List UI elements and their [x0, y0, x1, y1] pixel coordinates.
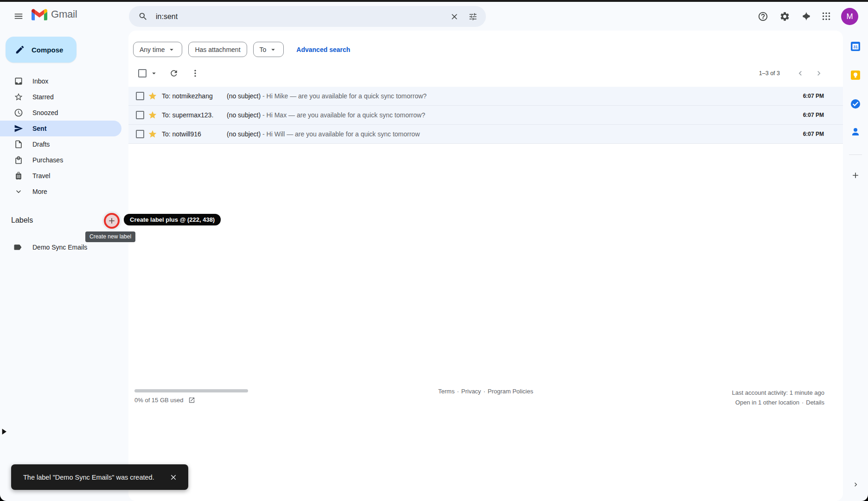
more-options-button[interactable] — [186, 64, 204, 83]
search-input[interactable] — [155, 12, 445, 21]
filter-chip-to[interactable]: To — [253, 42, 284, 57]
sidebar-item-label: Sent — [32, 125, 46, 132]
email-subject: (no subject) — [227, 111, 261, 119]
compose-button[interactable]: Compose — [6, 37, 77, 63]
support-button[interactable] — [753, 6, 773, 26]
tasks-icon — [850, 98, 861, 109]
search-bar[interactable] — [129, 6, 486, 27]
google-apps-button[interactable] — [816, 6, 836, 26]
gmail-logo[interactable]: Gmail — [32, 8, 77, 20]
sidebar-item-sent[interactable]: Sent — [0, 121, 121, 136]
sidebar-item-label: Snoozed — [32, 109, 58, 116]
account-activity: Last account activity: 1 minute ago Open… — [732, 388, 824, 407]
email-recipient: To: supermax123. — [162, 111, 227, 119]
mail-content-card: Any time Has attachment To Advanced sear… — [128, 31, 843, 501]
pagination: 1–3 of 3 — [759, 65, 843, 82]
compose-label: Compose — [32, 46, 63, 54]
chevron-right-icon — [852, 481, 860, 488]
email-row[interactable]: To: supermax123. (no subject) - Hi Max —… — [128, 106, 843, 125]
inbox-icon — [14, 77, 23, 86]
dropdown-caret-icon — [269, 45, 277, 54]
send-icon — [14, 124, 23, 133]
side-panel-strip: 31 — [843, 31, 868, 501]
label-name: Demo Sync Emails — [32, 244, 87, 251]
labels-heading: Labels — [11, 216, 33, 225]
tasks-app-button[interactable] — [846, 95, 865, 113]
privacy-link[interactable]: Privacy — [461, 388, 481, 395]
calendar-app-button[interactable]: 31 — [846, 37, 865, 56]
terms-link[interactable]: Terms — [438, 388, 454, 395]
email-snippet: - Hi Max — are you available for a quick… — [262, 111, 425, 119]
clock-icon — [14, 108, 23, 117]
chevron-left-icon — [796, 69, 805, 78]
chip-label: Has attachment — [195, 46, 240, 53]
star-outline-icon — [14, 92, 23, 102]
side-panel-divider — [849, 154, 862, 155]
luggage-icon — [14, 171, 23, 180]
sidebar-item-drafts[interactable]: Drafts — [0, 136, 121, 152]
snackbar: The label "Demo Sync Emails" was created… — [11, 464, 188, 490]
chip-label: To — [260, 46, 267, 53]
filter-chip-has-attachment[interactable]: Has attachment — [188, 42, 247, 57]
email-checkbox[interactable] — [136, 111, 144, 119]
plus-icon — [851, 171, 860, 180]
details-link[interactable]: Details — [806, 399, 824, 406]
email-snippet: - Hi Will — are you available for a quic… — [262, 130, 420, 138]
contacts-app-button[interactable] — [846, 122, 865, 141]
contacts-icon — [850, 126, 861, 137]
open-location-text: Open in 1 other location — [735, 399, 799, 406]
create-label-button[interactable] — [102, 211, 121, 231]
filter-chip-any-time[interactable]: Any time — [133, 42, 182, 57]
search-submit-button[interactable] — [134, 7, 152, 26]
sidebar-item-purchases[interactable]: Purchases — [0, 152, 121, 168]
newer-page-button[interactable] — [792, 65, 809, 82]
advanced-search-link[interactable]: Advanced search — [296, 46, 350, 53]
snackbar-message: The label "Demo Sync Emails" was created… — [23, 474, 165, 481]
email-snippet: - Hi Mike — are you available for a quic… — [262, 92, 427, 100]
tune-icon — [468, 12, 478, 21]
avatar-initial: M — [846, 12, 853, 21]
email-row[interactable]: To: notwill916 (no subject) - Hi Will — … — [128, 125, 843, 144]
app-header: Gmail — [0, 2, 868, 31]
help-icon — [758, 11, 768, 22]
show-side-panel-button[interactable] — [847, 476, 864, 493]
get-add-ons-button[interactable] — [846, 166, 865, 185]
select-all-checkbox[interactable] — [138, 69, 147, 77]
email-checkbox[interactable] — [136, 130, 144, 138]
snackbar-close-button[interactable] — [165, 469, 182, 486]
email-row[interactable]: To: notmikezhang (no subject) - Hi Mike … — [128, 87, 843, 106]
sidebar-item-travel[interactable]: Travel — [0, 168, 121, 184]
sidebar-item-label: Inbox — [32, 77, 48, 85]
star-icon[interactable] — [148, 91, 157, 101]
chevron-right-icon — [814, 69, 823, 78]
search-options-button[interactable] — [464, 7, 482, 26]
dropdown-caret-icon — [167, 45, 176, 54]
star-icon[interactable] — [148, 110, 157, 120]
settings-button[interactable] — [774, 6, 795, 26]
hamburger-menu-button[interactable] — [8, 6, 29, 26]
close-icon — [169, 473, 178, 482]
sidebar-item-more[interactable]: More — [0, 184, 121, 199]
sidebar-nav: Inbox Starred Snoozed Sent Drafts Purcha… — [0, 73, 121, 199]
open-in-new-icon[interactable] — [188, 397, 195, 404]
program-policies-link[interactable]: Program Policies — [488, 388, 533, 395]
email-recipient: To: notmikezhang — [162, 92, 227, 100]
refresh-button[interactable] — [165, 64, 183, 83]
close-icon — [450, 12, 459, 21]
annotation-tooltip: Create label plus @ (222, 438) — [124, 214, 221, 225]
sidebar-item-inbox[interactable]: Inbox — [0, 73, 121, 89]
select-dropdown[interactable] — [150, 69, 158, 77]
clear-search-button[interactable] — [445, 7, 464, 26]
star-icon[interactable] — [148, 129, 157, 139]
sidebar-item-starred[interactable]: Starred — [0, 89, 121, 105]
email-time: 6:07 PM — [803, 112, 824, 118]
keep-app-button[interactable] — [846, 66, 865, 84]
email-subject: (no subject) — [227, 130, 261, 138]
older-page-button[interactable] — [811, 65, 827, 82]
sidebar-item-snoozed[interactable]: Snoozed — [0, 105, 121, 121]
account-avatar[interactable]: M — [841, 8, 858, 25]
gemini-button[interactable] — [796, 6, 817, 26]
sidebar-item-label: Purchases — [32, 156, 63, 164]
refresh-icon — [169, 69, 179, 78]
email-checkbox[interactable] — [136, 92, 144, 100]
